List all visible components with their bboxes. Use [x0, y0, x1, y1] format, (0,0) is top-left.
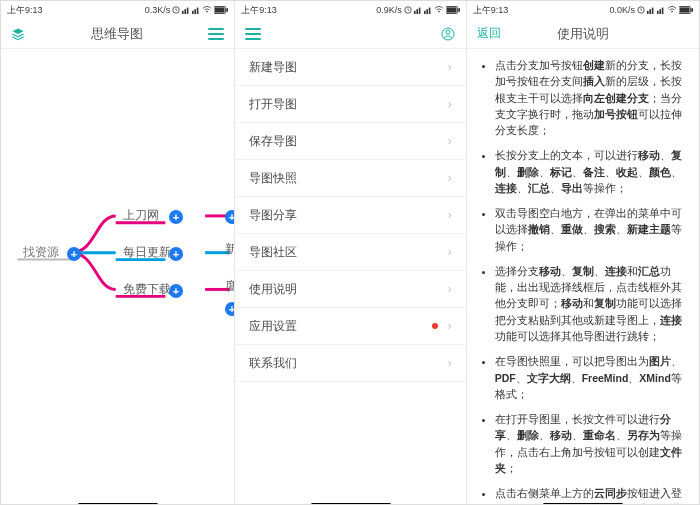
hamburger-icon[interactable]	[208, 28, 224, 40]
svg-rect-30	[649, 9, 651, 14]
instruction-item: 双击导图空白地方，在弹出的菜单中可以选择撤销、重做、搜索、新建主题等操作；	[495, 205, 689, 254]
menu-item-label: 导图分享	[249, 207, 297, 224]
chevron-right-icon: ›	[448, 60, 452, 74]
svg-rect-10	[227, 8, 229, 12]
chevron-right-icon: ›	[448, 171, 452, 185]
mindmap-node[interactable]: 免费下载	[119, 278, 175, 301]
svg-rect-2	[185, 9, 187, 14]
menu-item[interactable]: 联系我们›	[235, 345, 465, 382]
page-title: 使用说明	[501, 25, 665, 43]
wifi-icon	[434, 6, 444, 14]
cloud-sync-icon[interactable]	[440, 26, 456, 42]
layers-icon[interactable]	[11, 27, 25, 41]
notification-dot	[432, 323, 438, 329]
chevron-right-icon: ›	[448, 282, 452, 296]
menu-item[interactable]: 保存导图›	[235, 123, 465, 160]
svg-rect-38	[691, 8, 693, 12]
chevron-right-icon: ›	[448, 208, 452, 222]
status-net: 0.0K/s	[609, 5, 635, 15]
menu-item[interactable]: 导图分享›	[235, 197, 465, 234]
menu-item-label: 新建导图	[249, 59, 297, 76]
mindmap-root[interactable]: 找资源	[19, 241, 63, 264]
chevron-right-icon: ›	[448, 319, 452, 333]
menu-item[interactable]: 打开导图›	[235, 86, 465, 123]
panel-mindmap: 上午9:13 0.3K/s 思维导图	[1, 1, 234, 505]
mindmap-edges	[1, 49, 234, 505]
mindmap-node-stub[interactable]: 新	[225, 241, 234, 258]
menu-item-label: 应用设置	[249, 318, 297, 335]
chevron-right-icon: ›	[448, 245, 452, 259]
svg-rect-20	[426, 9, 428, 14]
status-bar: 上午9:13 0.3K/s	[1, 1, 234, 19]
svg-rect-24	[447, 7, 457, 12]
alarm-icon	[637, 6, 645, 14]
signal-icon-2	[424, 6, 432, 14]
svg-rect-34	[662, 8, 664, 14]
instruction-item: 在打开导图里，长按文件可以进行分享、删除、移动、重命名、另存为等操作，点击右上角…	[495, 411, 689, 476]
status-right: 0.3K/s	[145, 5, 229, 15]
svg-rect-31	[652, 8, 654, 14]
page-title: 思维导图	[25, 25, 208, 43]
status-net: 0.9K/s	[376, 5, 402, 15]
alarm-icon	[404, 6, 412, 14]
back-button[interactable]: 返回	[477, 25, 501, 42]
svg-rect-37	[680, 7, 690, 12]
alarm-icon	[172, 6, 180, 14]
mindmap-canvas[interactable]: 找资源 上刀网 每日更新 免费下载 新 度	[1, 49, 234, 505]
svg-rect-29	[647, 11, 649, 14]
wifi-icon	[667, 6, 677, 14]
svg-rect-18	[418, 8, 420, 14]
svg-point-7	[207, 11, 209, 13]
svg-rect-3	[187, 8, 189, 14]
panel-instructions: 上午9:13 0.0K/s 返回 使用说明 点击分支加号按钮创建新的分支，长按加…	[466, 1, 699, 505]
mindmap-node-stub[interactable]: 度	[225, 278, 234, 295]
menu-item-label: 打开导图	[249, 96, 297, 113]
instruction-item: 长按分支上的文本，可以进行移动、复制、删除、标记、备注、收起、颜色、连接、汇总、…	[495, 147, 689, 196]
header: 返回 使用说明	[467, 19, 699, 49]
status-bar: 上午9:13 0.0K/s	[467, 1, 699, 19]
status-net: 0.3K/s	[145, 5, 171, 15]
svg-point-35	[671, 11, 673, 13]
signal-icon	[414, 6, 422, 14]
chevron-right-icon: ›	[448, 97, 452, 111]
add-branch-button[interactable]	[67, 247, 81, 261]
menu-item[interactable]: 导图快照›	[235, 160, 465, 197]
header	[235, 19, 465, 49]
svg-rect-17	[416, 9, 418, 14]
hamburger-icon[interactable]	[245, 28, 261, 40]
signal-icon-2	[192, 6, 200, 14]
menu-item[interactable]: 新建导图›	[235, 49, 465, 86]
signal-icon-2	[657, 6, 665, 14]
menu-item[interactable]: 使用说明›	[235, 271, 465, 308]
svg-rect-33	[659, 9, 661, 14]
status-right: 0.9K/s	[376, 5, 460, 15]
menu-item-label: 导图快照	[249, 170, 297, 187]
header: 思维导图	[1, 19, 234, 49]
status-time: 上午9:13	[7, 4, 43, 17]
status-bar: 上午9:13 0.9K/s	[235, 1, 465, 19]
svg-rect-5	[195, 9, 197, 14]
mindmap-node[interactable]: 每日更新	[119, 241, 175, 264]
add-branch-button[interactable]	[169, 210, 183, 224]
chevron-right-icon: ›	[448, 356, 452, 370]
add-branch-button[interactable]	[225, 210, 234, 224]
mindmap-node[interactable]: 上刀网	[119, 204, 163, 227]
svg-rect-32	[657, 11, 659, 14]
menu-item-label: 联系我们	[249, 355, 297, 372]
svg-rect-21	[428, 8, 430, 14]
svg-rect-19	[424, 11, 426, 14]
svg-rect-9	[215, 7, 225, 12]
add-branch-button[interactable]	[169, 247, 183, 261]
svg-point-22	[438, 11, 440, 13]
instruction-item: 选择分支移动、复制、连接和汇总功能，出出现选择线框后，点击线框外其他分支即可；移…	[495, 263, 689, 344]
add-branch-button[interactable]	[169, 284, 183, 298]
menu-item-label: 使用说明	[249, 281, 297, 298]
menu-item[interactable]: 导图社区›	[235, 234, 465, 271]
add-branch-button[interactable]	[225, 302, 234, 316]
menu-item[interactable]: 应用设置›	[235, 308, 465, 345]
instructions-content[interactable]: 点击分支加号按钮创建新的分支，长按加号按钮在分支间插入新的层级，长按根支主干可以…	[467, 49, 699, 505]
wifi-icon	[202, 6, 212, 14]
battery-icon	[214, 6, 228, 14]
signal-icon	[647, 6, 655, 14]
svg-point-27	[446, 30, 450, 34]
